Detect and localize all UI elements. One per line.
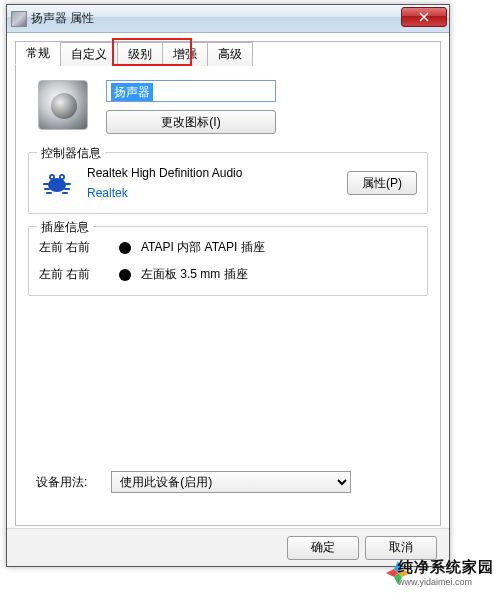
device-name-value: 扬声器 [111, 83, 153, 101]
jack-position: 左前 右前 [39, 239, 109, 256]
usage-select[interactable]: 使用此设备(启用) [111, 471, 351, 493]
jack-position: 左前 右前 [39, 266, 109, 283]
svg-rect-4 [65, 183, 71, 185]
tab-general[interactable]: 常规 [15, 41, 61, 65]
change-icon-button[interactable]: 更改图标(I) [106, 110, 276, 134]
realtek-icon [39, 165, 75, 201]
svg-rect-5 [44, 188, 50, 190]
usage-row: 设备用法: 使用此设备(启用) [36, 471, 351, 493]
jack-legend: 插座信息 [37, 219, 93, 236]
tabpage-general: 扬声器 更改图标(I) 控制器信息 [26, 76, 430, 515]
close-icon [419, 12, 429, 22]
jack-row: 左前 右前 左面板 3.5 mm 插座 [39, 266, 417, 283]
tab-strip: 常规 自定义 级别 增强 高级 [15, 41, 440, 65]
usage-label: 设备用法: [36, 474, 87, 491]
svg-rect-8 [62, 192, 68, 194]
watermark-sub: www.yidaimei.com [398, 577, 494, 587]
tab-levels[interactable]: 级别 [117, 42, 163, 66]
controller-group: 控制器信息 [28, 152, 428, 214]
controller-maker[interactable]: Realtek [87, 186, 335, 200]
jack-row: 左前 右前 ATAPI 内部 ATAPI 插座 [39, 239, 417, 256]
window-title: 扬声器 属性 [31, 10, 94, 27]
ok-button[interactable]: 确定 [287, 536, 359, 560]
watermark-main: 纯净系统家园 [398, 558, 494, 577]
jack-dot-icon [119, 269, 131, 281]
tab-enhance[interactable]: 增强 [162, 42, 208, 66]
tab-advanced[interactable]: 高级 [207, 42, 253, 66]
svg-point-0 [48, 178, 66, 192]
svg-point-9 [51, 176, 53, 178]
tab-custom[interactable]: 自定义 [60, 42, 118, 66]
svg-rect-3 [43, 183, 49, 185]
controller-device: Realtek High Definition Audio [87, 166, 335, 180]
jack-desc: 左面板 3.5 mm 插座 [141, 266, 248, 283]
app-icon [11, 11, 27, 27]
svg-point-10 [61, 176, 63, 178]
controller-properties-button[interactable]: 属性(P) [347, 171, 417, 195]
close-button[interactable] [401, 7, 447, 27]
watermark: 纯净系统家园 www.yidaimei.com [398, 558, 494, 587]
svg-rect-6 [64, 188, 70, 190]
device-name-input[interactable]: 扬声器 [106, 80, 276, 102]
svg-rect-7 [46, 192, 52, 194]
controller-legend: 控制器信息 [37, 145, 105, 162]
dialog-window: 扬声器 属性 常规 自定义 级别 增强 高级 扬声器 更改图标(I) [6, 4, 450, 567]
dialog-footer: 确定 取消 [7, 528, 449, 566]
speaker-icon [38, 80, 88, 130]
cancel-button[interactable]: 取消 [365, 536, 437, 560]
jack-desc: ATAPI 内部 ATAPI 插座 [141, 239, 265, 256]
jack-dot-icon [119, 242, 131, 254]
titlebar: 扬声器 属性 [7, 5, 449, 33]
dialog-body: 常规 自定义 级别 增强 高级 扬声器 更改图标(I) 控制器信息 [15, 41, 441, 526]
jack-group: 插座信息 左前 右前 ATAPI 内部 ATAPI 插座 左前 右前 左面板 3… [28, 226, 428, 296]
